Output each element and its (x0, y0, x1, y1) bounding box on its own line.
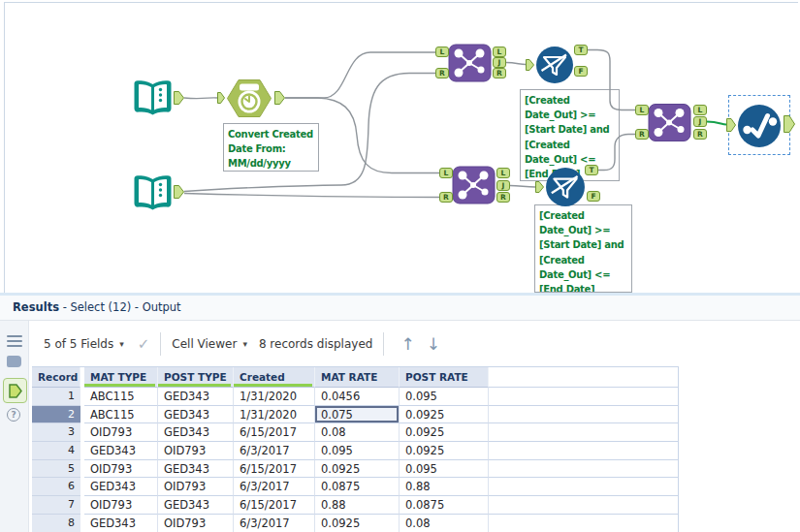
join2-output-join-anchor[interactable]: J (496, 180, 510, 191)
arrow-up-icon[interactable]: ↑ (400, 334, 414, 354)
data-cell[interactable]: 0.095 (315, 442, 400, 460)
output-anchor[interactable] (784, 115, 795, 133)
data-cell[interactable]: ABC115 (84, 406, 158, 424)
data-cell[interactable]: GED343 (158, 406, 234, 424)
filter1-true-anchor[interactable]: T (574, 45, 588, 55)
data-cell[interactable]: 0.0875 (315, 478, 400, 496)
data-cell[interactable]: 6/3/2017 (234, 515, 315, 532)
join2-input-right-anchor[interactable]: R (439, 192, 453, 203)
record-cell[interactable]: 8 (32, 515, 80, 532)
metadata-view-icon[interactable] (7, 356, 21, 367)
data-cell[interactable]: 1/31/2020 (234, 406, 315, 424)
union-output-right-anchor[interactable]: R (693, 129, 707, 140)
input-anchor[interactable] (726, 118, 736, 132)
data-cell[interactable]: 0.0925 (315, 460, 400, 479)
data-cell[interactable]: ABC115 (84, 388, 158, 406)
input-anchor[interactable] (217, 92, 225, 104)
cell-viewer-dropdown[interactable]: Cell Viewer ▾ (172, 337, 247, 351)
data-cell[interactable]: 1/31/2020 (234, 388, 315, 406)
data-cell[interactable]: 0.0925 (400, 406, 489, 424)
datetime-tool[interactable] (226, 78, 272, 122)
arrow-down-icon[interactable]: ↓ (427, 334, 440, 354)
input-data-tool-1[interactable] (133, 79, 173, 120)
input-anchor[interactable] (526, 59, 534, 71)
column-header-post-rate[interactable]: POST RATE (400, 367, 489, 388)
record-cell[interactable]: 6 (32, 478, 80, 496)
data-cell[interactable]: GED343 (158, 496, 234, 515)
data-cell[interactable]: GED343 (158, 460, 234, 479)
data-cell[interactable]: 0.0875 (400, 496, 489, 515)
column-header-mat-type[interactable]: MAT TYPE (84, 367, 158, 388)
data-cell[interactable]: 0.0925 (400, 442, 489, 460)
data-cell[interactable]: OID793 (84, 423, 158, 442)
join2-output-right-anchor[interactable]: R (496, 192, 510, 203)
data-cell[interactable]: 0.075 (315, 406, 400, 424)
data-cell[interactable]: GED343 (84, 478, 158, 496)
data-cell[interactable]: GED343 (158, 388, 234, 406)
join1-output-left-anchor[interactable]: L (493, 47, 506, 57)
column-header-record[interactable]: Record (32, 367, 80, 388)
data-cell[interactable]: 6/15/2017 (234, 496, 315, 515)
data-cell[interactable]: 0.88 (400, 478, 489, 496)
data-cell[interactable]: 0.08 (400, 515, 489, 532)
union-input-right-anchor[interactable]: R (635, 129, 649, 140)
filter-tool-2[interactable] (545, 167, 586, 211)
output-anchor[interactable] (174, 185, 184, 199)
list-view-icon[interactable] (7, 335, 22, 348)
data-cell[interactable]: GED343 (84, 442, 158, 460)
join2-input-left-anchor[interactable]: L (439, 168, 453, 178)
join2-output-left-anchor[interactable]: L (496, 168, 510, 178)
help-icon[interactable]: ? (7, 408, 20, 422)
column-header-post-type[interactable]: POST TYPE (158, 367, 234, 388)
join1-output-right-anchor[interactable]: R (493, 68, 506, 78)
union-output-join-anchor[interactable]: J (693, 116, 707, 127)
record-cell[interactable]: 1 (32, 388, 80, 406)
data-cell[interactable]: OID793 (158, 478, 234, 496)
data-cell[interactable]: 6/15/2017 (234, 423, 315, 442)
data-cell[interactable]: 0.08 (315, 423, 400, 442)
workflow-canvas[interactable]: Convert Created Date From: MM/dd/yyyy [C… (0, 0, 800, 293)
data-view-icon[interactable] (3, 378, 27, 403)
join-tool-2[interactable] (452, 164, 496, 210)
union-output-left-anchor[interactable]: L (693, 105, 707, 115)
data-cell[interactable]: 6/3/2017 (234, 442, 315, 460)
output-anchor[interactable] (274, 91, 285, 105)
data-cell[interactable]: OID793 (158, 442, 234, 460)
join1-input-right-anchor[interactable]: R (435, 68, 449, 78)
data-cell[interactable]: 6/15/2017 (234, 460, 315, 479)
output-anchor[interactable] (174, 91, 184, 105)
record-cell[interactable]: 3 (32, 423, 80, 442)
record-cell[interactable]: 4 (32, 442, 80, 460)
input-anchor[interactable] (535, 181, 544, 193)
data-cell[interactable]: 6/3/2017 (234, 478, 315, 496)
data-cell[interactable]: 0.0925 (315, 515, 400, 532)
data-cell[interactable]: OID793 (158, 515, 234, 532)
union-input-left-anchor[interactable]: L (635, 105, 649, 115)
union-tool[interactable] (648, 101, 691, 148)
column-header-created-date[interactable]: Created Date (234, 367, 315, 388)
data-cell[interactable]: 0.0456 (315, 388, 400, 406)
input-data-tool-2[interactable] (133, 174, 173, 215)
filter2-true-anchor[interactable]: T (585, 165, 598, 175)
record-cell[interactable]: 5 (32, 460, 80, 479)
apply-check-icon[interactable]: ✓ (138, 335, 150, 353)
filter2-false-anchor[interactable]: F (587, 191, 600, 202)
record-cell[interactable]: 7 (32, 496, 80, 515)
data-cell[interactable]: GED343 (84, 515, 158, 532)
data-cell[interactable]: 0.095 (400, 460, 489, 479)
join-tool-1[interactable] (448, 44, 492, 86)
data-cell[interactable]: 0.095 (400, 388, 489, 406)
data-cell[interactable]: 0.0925 (400, 423, 489, 442)
data-cell[interactable]: GED343 (158, 423, 234, 442)
data-cell[interactable]: OID793 (84, 496, 158, 515)
record-cell[interactable]: 2 (32, 406, 80, 424)
data-cell[interactable]: 0.88 (315, 496, 400, 515)
filter-tool-1[interactable] (535, 46, 574, 88)
filter1-false-anchor[interactable]: F (574, 66, 588, 77)
fields-dropdown[interactable]: 5 of 5 Fields ▾ (44, 337, 124, 351)
data-cell[interactable]: OID793 (84, 460, 158, 479)
select-tool[interactable] (737, 104, 782, 152)
join1-input-left-anchor[interactable]: L (435, 47, 449, 57)
column-header-mat-rate[interactable]: MAT RATE (315, 367, 400, 388)
join1-output-join-anchor[interactable]: J (493, 57, 506, 68)
